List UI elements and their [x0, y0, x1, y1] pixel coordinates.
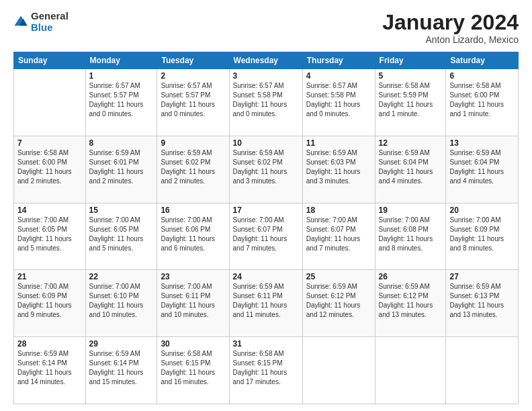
calendar-cell: 9Sunrise: 6:59 AM Sunset: 6:02 PM Daylig… [157, 136, 229, 203]
page: General Blue January 2024 Anton Lizardo,… [0, 0, 532, 411]
calendar-cell: 20Sunrise: 7:00 AM Sunset: 6:09 PM Dayli… [446, 203, 519, 270]
calendar-week-row: 28Sunrise: 6:59 AM Sunset: 6:14 PM Dayli… [14, 337, 519, 404]
day-number: 17 [233, 205, 299, 215]
calendar-cell [375, 337, 446, 404]
day-number: 19 [379, 205, 443, 215]
day-number: 8 [89, 138, 154, 148]
header-tuesday: Tuesday [157, 52, 229, 69]
day-info: Sunrise: 6:59 AM Sunset: 6:04 PM Dayligh… [449, 148, 515, 186]
day-info: Sunrise: 6:57 AM Sunset: 5:58 PM Dayligh… [306, 81, 371, 119]
calendar-header-row: Sunday Monday Tuesday Wednesday Thursday… [14, 52, 519, 69]
calendar-cell [446, 337, 519, 404]
header-monday: Monday [85, 52, 157, 69]
day-number: 6 [449, 71, 515, 81]
calendar-cell: 26Sunrise: 6:59 AM Sunset: 6:12 PM Dayli… [375, 270, 446, 337]
day-number: 25 [306, 272, 371, 281]
day-number: 20 [449, 205, 515, 215]
day-info: Sunrise: 6:59 AM Sunset: 6:14 PM Dayligh… [89, 349, 154, 387]
calendar-body: 1Sunrise: 6:57 AM Sunset: 5:57 PM Daylig… [14, 69, 519, 404]
day-number: 5 [379, 71, 443, 81]
calendar-cell: 31Sunrise: 6:58 AM Sunset: 6:15 PM Dayli… [229, 337, 302, 404]
header-sunday: Sunday [14, 52, 86, 69]
day-number: 3 [233, 71, 299, 81]
day-number: 15 [89, 205, 154, 215]
calendar-cell: 17Sunrise: 7:00 AM Sunset: 6:07 PM Dayli… [229, 203, 302, 270]
day-number: 10 [233, 138, 299, 148]
day-number: 9 [161, 138, 225, 148]
calendar-cell: 18Sunrise: 7:00 AM Sunset: 6:07 PM Dayli… [302, 203, 375, 270]
day-number: 7 [17, 138, 82, 148]
day-number: 22 [89, 272, 154, 281]
title-location: Anton Lizardo, Mexico [382, 34, 519, 45]
day-info: Sunrise: 7:00 AM Sunset: 6:06 PM Dayligh… [161, 216, 225, 253]
day-info: Sunrise: 7:00 AM Sunset: 6:07 PM Dayligh… [306, 216, 371, 253]
day-number: 24 [233, 272, 299, 281]
day-info: Sunrise: 6:57 AM Sunset: 5:57 PM Dayligh… [161, 81, 225, 119]
calendar-cell: 16Sunrise: 7:00 AM Sunset: 6:06 PM Dayli… [157, 203, 229, 270]
day-info: Sunrise: 6:58 AM Sunset: 5:59 PM Dayligh… [379, 81, 443, 119]
day-info: Sunrise: 6:59 AM Sunset: 6:01 PM Dayligh… [89, 148, 154, 186]
calendar-cell: 19Sunrise: 7:00 AM Sunset: 6:08 PM Dayli… [375, 203, 446, 270]
calendar-cell: 6Sunrise: 6:58 AM Sunset: 6:00 PM Daylig… [446, 69, 519, 136]
calendar-cell: 12Sunrise: 6:59 AM Sunset: 6:04 PM Dayli… [375, 136, 446, 203]
header-wednesday: Wednesday [229, 52, 302, 69]
day-info: Sunrise: 6:59 AM Sunset: 6:14 PM Dayligh… [17, 349, 82, 387]
day-number: 13 [449, 138, 515, 148]
calendar-cell: 11Sunrise: 6:59 AM Sunset: 6:03 PM Dayli… [302, 136, 375, 203]
day-info: Sunrise: 6:57 AM Sunset: 5:57 PM Dayligh… [89, 81, 154, 119]
day-number: 14 [17, 205, 82, 215]
calendar-week-row: 21Sunrise: 7:00 AM Sunset: 6:09 PM Dayli… [14, 270, 519, 337]
calendar-cell: 7Sunrise: 6:58 AM Sunset: 6:00 PM Daylig… [14, 136, 86, 203]
calendar-cell [14, 69, 86, 136]
logo-icon [13, 15, 28, 30]
day-info: Sunrise: 6:58 AM Sunset: 6:00 PM Dayligh… [17, 148, 82, 186]
calendar-cell: 24Sunrise: 6:59 AM Sunset: 6:11 PM Dayli… [229, 270, 302, 337]
calendar-cell: 27Sunrise: 6:59 AM Sunset: 6:13 PM Dayli… [446, 270, 519, 337]
day-number: 23 [161, 272, 225, 281]
day-info: Sunrise: 7:00 AM Sunset: 6:10 PM Dayligh… [89, 282, 154, 320]
day-info: Sunrise: 6:59 AM Sunset: 6:11 PM Dayligh… [233, 282, 299, 320]
day-info: Sunrise: 6:59 AM Sunset: 6:03 PM Dayligh… [306, 148, 371, 186]
calendar-cell: 15Sunrise: 7:00 AM Sunset: 6:05 PM Dayli… [85, 203, 157, 270]
day-number: 2 [161, 71, 225, 81]
calendar-week-row: 14Sunrise: 7:00 AM Sunset: 6:05 PM Dayli… [14, 203, 519, 270]
day-info: Sunrise: 7:00 AM Sunset: 6:11 PM Dayligh… [161, 282, 225, 320]
calendar-cell: 29Sunrise: 6:59 AM Sunset: 6:14 PM Dayli… [85, 337, 157, 404]
header-friday: Friday [375, 52, 446, 69]
day-info: Sunrise: 7:00 AM Sunset: 6:07 PM Dayligh… [233, 216, 299, 253]
calendar-cell: 22Sunrise: 7:00 AM Sunset: 6:10 PM Dayli… [85, 270, 157, 337]
title-block: January 2024 Anton Lizardo, Mexico [382, 11, 519, 45]
day-info: Sunrise: 7:00 AM Sunset: 6:09 PM Dayligh… [449, 216, 515, 253]
day-info: Sunrise: 6:59 AM Sunset: 6:04 PM Dayligh… [379, 148, 443, 186]
day-info: Sunrise: 6:58 AM Sunset: 6:15 PM Dayligh… [233, 349, 299, 387]
day-info: Sunrise: 6:59 AM Sunset: 6:13 PM Dayligh… [449, 282, 515, 320]
header-saturday: Saturday [446, 52, 519, 69]
calendar-cell: 13Sunrise: 6:59 AM Sunset: 6:04 PM Dayli… [446, 136, 519, 203]
day-info: Sunrise: 6:59 AM Sunset: 6:02 PM Dayligh… [233, 148, 299, 186]
day-number: 30 [161, 339, 225, 349]
day-number: 1 [89, 71, 154, 81]
day-number: 21 [17, 272, 82, 281]
day-number: 12 [379, 138, 443, 148]
calendar-cell: 30Sunrise: 6:58 AM Sunset: 6:15 PM Dayli… [157, 337, 229, 404]
day-info: Sunrise: 6:58 AM Sunset: 6:00 PM Dayligh… [449, 81, 515, 119]
day-info: Sunrise: 7:00 AM Sunset: 6:05 PM Dayligh… [17, 216, 82, 253]
day-number: 28 [17, 339, 82, 349]
calendar-cell: 28Sunrise: 6:59 AM Sunset: 6:14 PM Dayli… [14, 337, 86, 404]
day-number: 26 [379, 272, 443, 281]
calendar-cell: 3Sunrise: 6:57 AM Sunset: 5:58 PM Daylig… [229, 69, 302, 136]
calendar-cell: 21Sunrise: 7:00 AM Sunset: 6:09 PM Dayli… [14, 270, 86, 337]
day-number: 4 [306, 71, 371, 81]
day-info: Sunrise: 6:59 AM Sunset: 6:12 PM Dayligh… [306, 282, 371, 320]
logo: General Blue [13, 11, 69, 33]
calendar-cell: 4Sunrise: 6:57 AM Sunset: 5:58 PM Daylig… [302, 69, 375, 136]
header-thursday: Thursday [302, 52, 375, 69]
day-number: 29 [89, 339, 154, 349]
day-info: Sunrise: 6:58 AM Sunset: 6:15 PM Dayligh… [161, 349, 225, 387]
day-info: Sunrise: 7:00 AM Sunset: 6:08 PM Dayligh… [379, 216, 443, 253]
logo-blue: Blue [31, 22, 69, 34]
day-info: Sunrise: 7:00 AM Sunset: 6:05 PM Dayligh… [89, 216, 154, 253]
title-month: January 2024 [382, 11, 519, 34]
calendar-cell [302, 337, 375, 404]
calendar-cell: 10Sunrise: 6:59 AM Sunset: 6:02 PM Dayli… [229, 136, 302, 203]
